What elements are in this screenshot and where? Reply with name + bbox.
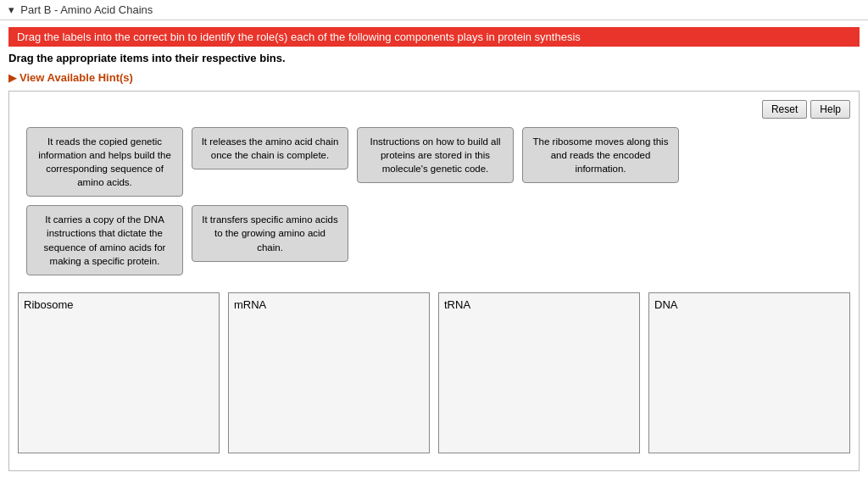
- bin-mrna[interactable]: mRNA: [228, 292, 430, 453]
- labels-area: It reads the copied genetic information …: [18, 127, 850, 275]
- label-card-5[interactable]: It transfers specific amino acids to the…: [192, 205, 348, 261]
- label-card-1[interactable]: It releases the amino acid chain once th…: [192, 127, 348, 169]
- bin-ribosome-label: Ribosome: [24, 298, 214, 311]
- label-card-2[interactable]: Instructions on how to build all protein…: [357, 127, 514, 183]
- top-buttons: Reset Help: [18, 100, 850, 119]
- bins-area: Ribosome mRNA tRNA DNA: [18, 292, 850, 462]
- bin-dna[interactable]: DNA: [648, 292, 850, 453]
- bin-mrna-label: mRNA: [234, 298, 424, 311]
- bin-dna-label: DNA: [654, 298, 844, 311]
- part-header: ▾ Part B - Amino Acid Chains: [0, 0, 868, 20]
- drag-instruction: Drag the appropriate items into their re…: [0, 47, 868, 68]
- reset-button[interactable]: Reset: [762, 100, 807, 119]
- hint-arrow-icon: ▶: [8, 72, 16, 84]
- label-card-4[interactable]: It carries a copy of the DNA instruction…: [26, 205, 183, 275]
- help-button[interactable]: Help: [810, 100, 850, 119]
- instruction-banner: Drag the labels into the correct bin to …: [8, 27, 860, 47]
- label-card-0[interactable]: It reads the copied genetic information …: [26, 127, 183, 197]
- main-area: Reset Help It reads the copied genetic i…: [8, 91, 860, 471]
- label-card-3[interactable]: The ribosome moves along this and reads …: [522, 127, 679, 183]
- bin-trna-label: tRNA: [444, 298, 634, 311]
- bin-ribosome[interactable]: Ribosome: [18, 292, 220, 453]
- hint-link[interactable]: ▶ View Available Hint(s): [0, 68, 868, 91]
- part-title: Part B - Amino Acid Chains: [20, 3, 153, 16]
- bin-trna[interactable]: tRNA: [438, 292, 640, 453]
- hint-link-label: View Available Hint(s): [19, 71, 133, 84]
- page-container: ▾ Part B - Amino Acid Chains Drag the la…: [0, 0, 868, 489]
